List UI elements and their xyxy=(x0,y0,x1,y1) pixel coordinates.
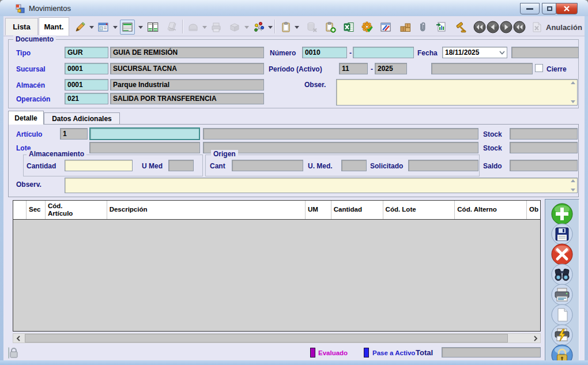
packages-icon[interactable] xyxy=(398,20,413,35)
excel-icon[interactable] xyxy=(341,20,356,35)
print-direct-button[interactable] xyxy=(550,323,574,347)
tipo-code-field[interactable]: GUR xyxy=(65,47,108,58)
periodo-month-field: 11 xyxy=(339,63,368,74)
client-area: Lista Mant. xyxy=(3,16,585,360)
column-cod-lote[interactable]: Cód. Lote xyxy=(383,201,455,219)
scroll-right-icon[interactable] xyxy=(530,334,540,343)
form-view-dropdown-icon[interactable] xyxy=(113,26,118,29)
add-button[interactable] xyxy=(550,202,574,225)
fecha-combobox[interactable]: 18/11/2025 xyxy=(442,47,507,58)
paperclip-icon[interactable] xyxy=(415,20,430,35)
minimize-button[interactable] xyxy=(520,3,540,14)
form-view-icon[interactable] xyxy=(96,20,111,35)
grid-view-icon[interactable] xyxy=(120,20,135,35)
tab-mant[interactable]: Mant. xyxy=(39,17,69,36)
articulo-label: Artículo xyxy=(16,130,42,138)
excel-export-icon[interactable] xyxy=(434,20,448,35)
solicitado-label: Solicitado xyxy=(370,162,403,170)
sucursal-code-field[interactable]: 0001 xyxy=(65,63,108,74)
copier-icon xyxy=(227,20,242,35)
minimize-icon xyxy=(526,8,533,10)
color-pins-icon[interactable] xyxy=(251,20,266,35)
database-delete-icon xyxy=(304,20,319,35)
edit-dropdown-icon[interactable] xyxy=(89,26,94,29)
pins-dropdown-icon[interactable] xyxy=(268,26,273,29)
cierre-checkbox[interactable] xyxy=(535,64,543,72)
tipo-desc-field: GUIA DE REMISIÓN xyxy=(110,47,264,58)
obser-textarea[interactable] xyxy=(336,79,578,106)
split-grid-icon[interactable] xyxy=(145,20,160,35)
tab-datos-adicionales[interactable]: Datos Adicionales xyxy=(44,112,120,125)
verify-sheets-icon xyxy=(165,20,180,35)
tab-lista[interactable]: Lista xyxy=(5,18,38,35)
numero-field-1[interactable]: 0010 xyxy=(302,47,347,58)
numero-field-2[interactable] xyxy=(353,47,414,58)
save-button[interactable] xyxy=(550,223,574,246)
evaluado-swatch xyxy=(310,348,315,358)
observ-textarea[interactable] xyxy=(65,178,578,193)
gavel-icon[interactable] xyxy=(453,20,468,35)
toolbar: Lista Mant. xyxy=(3,16,585,36)
grid-body[interactable] xyxy=(13,220,540,331)
lote-stock-label: Stock xyxy=(483,144,502,152)
restore-button[interactable] xyxy=(542,3,557,14)
column-selector[interactable] xyxy=(13,201,27,219)
scroll-down-icon[interactable] xyxy=(570,100,576,103)
operacion-label: Operación xyxy=(16,95,50,103)
sucursal-label: Sucursal xyxy=(16,65,46,73)
cancel-button[interactable] xyxy=(550,243,574,266)
restore-icon xyxy=(547,6,552,11)
saldo-field xyxy=(510,160,578,171)
edit-pencil-icon[interactable] xyxy=(73,20,88,35)
form-edit-icon[interactable] xyxy=(378,20,393,35)
column-cod-alterno[interactable]: Cód. Alterno xyxy=(455,201,527,219)
horizontal-scrollbar[interactable] xyxy=(13,333,541,343)
scroll-up-icon[interactable] xyxy=(570,179,576,182)
lote-desc-field xyxy=(203,142,478,153)
clipboard-icon[interactable] xyxy=(278,20,293,35)
clipboard-dropdown-icon[interactable] xyxy=(295,26,299,29)
nav-last-icon[interactable] xyxy=(512,20,526,34)
gear-check-icon[interactable] xyxy=(360,20,375,35)
print-preview-icon xyxy=(209,20,224,35)
column-cantidad[interactable]: Cantidad xyxy=(331,201,383,219)
grid-header: Sec Cód. Artículo Descripción UM Cantida… xyxy=(13,201,540,220)
column-um[interactable]: UM xyxy=(306,201,331,219)
operacion-code-field[interactable]: 021 xyxy=(65,93,108,104)
print-button[interactable] xyxy=(550,283,574,306)
copy-document-button[interactable] xyxy=(550,303,574,326)
nav-prev-icon[interactable] xyxy=(486,20,500,34)
chevron-down-icon[interactable] xyxy=(499,51,505,55)
articulo-stock-field xyxy=(510,128,578,140)
close-button[interactable] xyxy=(556,3,578,14)
scroll-down-icon[interactable] xyxy=(570,189,576,191)
periodo-separator: - xyxy=(371,65,373,73)
app-window: Movimientos Lista Mant. xyxy=(0,0,588,365)
origen-cant-label: Cant xyxy=(210,162,225,170)
tab-detalle[interactable]: Detalle xyxy=(8,111,44,125)
column-sec[interactable]: Sec xyxy=(27,201,46,219)
column-observ[interactable]: Ob xyxy=(527,201,540,219)
title-bar: Movimientos xyxy=(0,0,588,16)
search-button[interactable] xyxy=(550,263,574,286)
scroll-up-icon[interactable] xyxy=(570,81,576,84)
nav-first-icon[interactable] xyxy=(473,20,487,34)
cantidad-field[interactable] xyxy=(65,160,133,171)
toolbar-separator xyxy=(274,20,275,33)
grid-view-dropdown-icon[interactable] xyxy=(138,26,143,29)
articulo-code-field[interactable] xyxy=(89,127,200,140)
column-descripcion[interactable]: Descripción xyxy=(107,201,306,219)
clipboard-add-icon[interactable] xyxy=(323,20,338,35)
column-cod-articulo[interactable]: Cód. Artículo xyxy=(46,201,107,219)
lote-code-field xyxy=(89,142,200,153)
operacion-desc-field: SALIDA POR TRANSFERENCIA xyxy=(110,93,264,104)
items-grid: Sec Cód. Artículo Descripción UM Cantida… xyxy=(13,200,541,332)
evaluado-label: Evaluado xyxy=(318,349,348,356)
almacen-label: Almacén xyxy=(16,81,45,89)
articulo-seq-field: 1 xyxy=(60,128,88,140)
almacen-code-field[interactable]: 0001 xyxy=(65,79,108,91)
cantidad-label: Cantidad xyxy=(27,162,56,170)
scrollbar-thumb[interactable] xyxy=(25,334,508,343)
scroll-left-icon[interactable] xyxy=(13,334,23,343)
nav-next-icon[interactable] xyxy=(499,20,513,34)
